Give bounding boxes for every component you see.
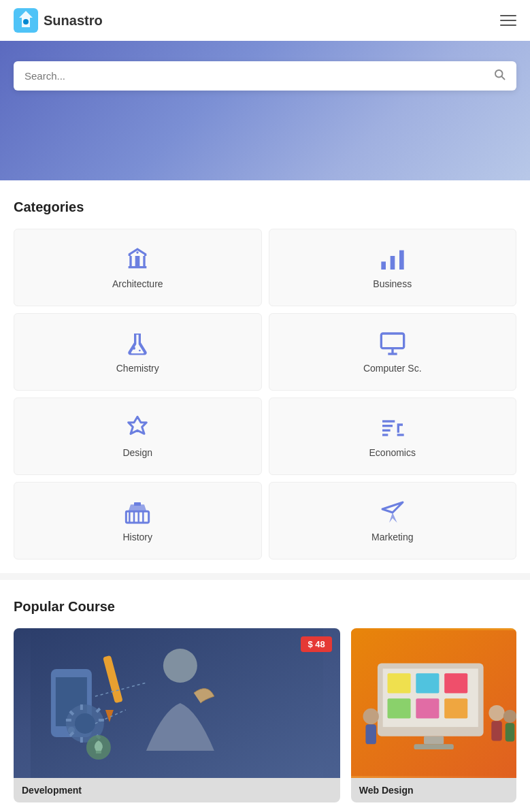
svg-rect-6	[381, 261, 386, 270]
search-input[interactable]	[24, 70, 493, 82]
chemistry-icon	[124, 330, 151, 357]
svg-point-33	[75, 713, 95, 734]
logo[interactable]: Sunastro	[14, 8, 103, 33]
category-card-business[interactable]: Business	[269, 229, 517, 306]
categories-title: Categories	[14, 199, 516, 215]
svg-point-5	[137, 251, 139, 253]
menu-button[interactable]	[500, 15, 516, 26]
svg-rect-37	[96, 751, 101, 753]
hamburger-line	[500, 20, 516, 21]
svg-rect-24	[134, 502, 141, 506]
popular-section: Popular Course	[0, 580, 530, 812]
svg-rect-54	[505, 723, 514, 741]
design-icon	[124, 415, 151, 442]
svg-rect-45	[416, 698, 439, 718]
svg-point-51	[488, 705, 504, 721]
search-button[interactable]	[493, 68, 506, 84]
business-label: Business	[373, 278, 412, 289]
category-card-history[interactable]: History	[14, 482, 262, 559]
webdesign-course-title: Web Design	[351, 778, 516, 802]
history-label: History	[122, 532, 152, 542]
svg-rect-50	[365, 724, 376, 744]
svg-rect-47	[424, 736, 444, 745]
marketing-label: Marketing	[371, 532, 413, 542]
price-badge: $ 48	[301, 636, 331, 652]
webdesign-course-image	[351, 628, 516, 778]
category-card-economics[interactable]: Economics	[269, 397, 517, 475]
hamburger-line	[500, 25, 516, 26]
svg-rect-46	[444, 698, 467, 718]
category-card-chemistry[interactable]: Chemistry	[14, 313, 262, 391]
logo-text: Sunastro	[44, 13, 103, 29]
search-container	[0, 41, 530, 91]
svg-rect-43	[444, 673, 467, 693]
history-icon	[124, 499, 151, 526]
courses-row: $ 48 Development	[14, 628, 516, 802]
chemistry-label: Chemistry	[116, 363, 159, 374]
category-card-architecture[interactable]: Architecture	[14, 229, 262, 306]
svg-rect-41	[387, 673, 410, 693]
svg-point-10	[139, 350, 141, 352]
search-box	[14, 61, 516, 91]
svg-point-9	[133, 347, 135, 350]
svg-rect-7	[390, 256, 395, 270]
logo-icon	[14, 8, 38, 33]
category-card-computer[interactable]: Computer Sc.	[269, 313, 517, 391]
business-icon	[379, 246, 406, 273]
development-course-title: Development	[14, 778, 340, 802]
hero-section	[0, 41, 530, 180]
popular-title: Popular Course	[14, 599, 516, 615]
economics-icon	[379, 415, 406, 442]
economics-label: Economics	[369, 447, 416, 458]
category-card-design[interactable]: Design	[14, 397, 262, 475]
svg-point-49	[363, 709, 378, 724]
architecture-icon	[124, 246, 151, 273]
categories-section: Categories Architecture Business	[0, 180, 530, 573]
categories-grid: Architecture Business Chemistry	[14, 229, 516, 559]
svg-line-4	[501, 76, 504, 79]
course-card-development[interactable]: $ 48 Development	[14, 628, 340, 802]
svg-point-2	[23, 19, 29, 25]
search-icon	[493, 68, 506, 80]
dev-illustration-svg	[14, 628, 340, 778]
svg-rect-44	[387, 698, 410, 718]
hamburger-line	[500, 15, 516, 16]
course-card-webdesign[interactable]: Web Design	[351, 628, 516, 802]
svg-rect-52	[491, 721, 502, 741]
svg-rect-42	[416, 673, 439, 693]
web-illustration-svg	[351, 628, 516, 778]
svg-rect-8	[399, 250, 404, 270]
svg-rect-11	[381, 334, 403, 348]
svg-rect-48	[414, 744, 453, 749]
computer-label: Computer Sc.	[363, 363, 422, 374]
svg-point-53	[503, 710, 516, 723]
svg-point-31	[163, 649, 197, 683]
category-card-marketing[interactable]: Marketing	[269, 482, 517, 559]
navbar: Sunastro	[0, 0, 530, 41]
design-label: Design	[122, 447, 152, 458]
development-course-image	[14, 628, 340, 778]
computer-icon	[379, 330, 406, 357]
architecture-label: Architecture	[112, 278, 163, 289]
marketing-icon	[379, 499, 406, 526]
